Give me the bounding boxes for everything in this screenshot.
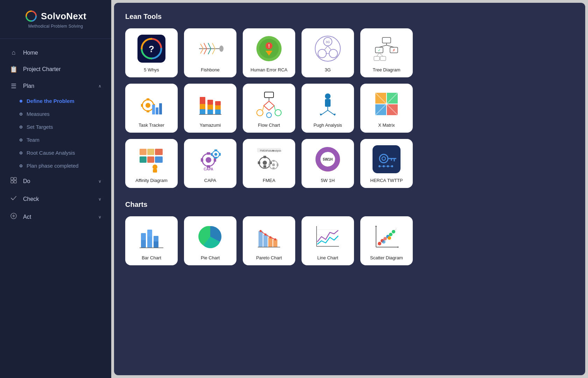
svg-line-19 [208,49,211,54]
tool-affinity-diagram[interactable]: Affinity Diagram [125,139,178,188]
nav-home[interactable]: ⌂ Home [0,44,111,61]
svg-rect-43 [380,56,386,61]
svg-rect-127 [277,163,278,166]
5whys-icon: ? [137,35,165,63]
tool-bar-chart[interactable]: Bar Chart [125,216,178,265]
nav-do[interactable]: Do ∨ [0,172,111,190]
svg-line-13 [200,44,203,49]
svg-rect-109 [211,153,213,156]
subnav-team-label: Team [27,137,40,143]
svg-point-106 [214,153,217,156]
tool-3g[interactable]: 3G 3G [302,28,354,77]
pareto-chart-icon [255,223,283,251]
subnav-dot-5 [20,152,22,154]
app-name: SolvoNext [41,11,86,22]
subnav-measures[interactable]: Measures [0,107,111,120]
subnav-define-problem[interactable]: Define the Problem [0,94,111,107]
svg-point-117 [263,161,267,165]
svg-line-17 [200,49,203,54]
subnav-define-label: Define the Problem [27,98,75,104]
bar-chart-label: Bar Chart [142,255,161,260]
charts-grid: Bar Chart Pie Chart [125,216,574,265]
tool-scatter-diagram[interactable]: Scatter Diagram [360,216,413,265]
tool-herca[interactable]: HERCA TWTTP [360,139,413,188]
tool-human-error[interactable]: ! Human Error RCA [243,28,295,77]
svg-line-74 [274,106,275,110]
svg-point-12 [219,46,224,52]
svg-line-16 [212,43,215,49]
svg-line-44 [377,53,379,56]
svg-rect-77 [325,99,331,107]
tool-5w1h[interactable]: 5W1H 5W 1H [302,139,354,188]
svg-point-161 [274,238,276,240]
svg-text:CAPA: CAPA [204,167,213,171]
svg-rect-2 [14,177,16,180]
svg-line-20 [212,49,215,54]
svg-rect-56 [200,97,205,104]
svg-rect-157 [273,239,277,247]
svg-rect-91 [140,149,147,155]
subnav-team[interactable]: Team [0,133,111,146]
svg-point-26 [315,36,340,61]
tool-yamazumi[interactable]: Yamazumi [184,84,236,133]
logo-area: SolvoNext Methodical Problem Solving [0,0,111,36]
tool-fishbone[interactable]: Fishbone [184,28,236,77]
svg-rect-104 [214,158,216,162]
x-matrix-icon [373,90,401,118]
svg-point-29 [329,49,338,58]
svg-point-158 [260,230,262,232]
nav-plan-label: Plan [23,83,34,89]
flow-chart-icon [255,90,283,118]
svg-text:✓: ✓ [378,48,381,52]
svg-text:✗: ✗ [392,48,395,52]
tool-5whys[interactable]: ? 5 Whys [125,28,178,77]
svg-rect-98 [153,169,157,173]
check-icon [10,195,17,203]
content-panel: Lean Tools ? 5 [114,3,585,375]
fishbone-icon [196,35,224,63]
svg-rect-110 [219,153,221,156]
svg-point-97 [153,164,157,169]
svg-line-18 [204,49,207,54]
svg-point-47 [146,103,150,108]
nav-check[interactable]: Check ∨ [0,190,111,208]
subnav-root-cause[interactable]: Root Cause Analysis [0,146,111,159]
svg-rect-135 [373,145,401,173]
svg-point-76 [325,93,331,99]
pareto-label: Pareto Chart [256,255,282,260]
nav-project-charter[interactable]: 📋 Project Charter [0,61,111,78]
subnav-set-targets[interactable]: Set Targets [0,120,111,133]
svg-rect-48 [147,98,149,100]
subnav-plan-complete[interactable]: Plan phase completed [0,159,111,172]
tool-pie-chart[interactable]: Pie Chart [184,216,236,265]
svg-rect-125 [272,167,275,169]
tool-pareto-chart[interactable]: Pareto Chart [243,216,295,265]
subnav-dot-4 [20,139,22,141]
nav-act[interactable]: Act ∨ [0,208,111,226]
svg-line-80 [328,110,335,115]
tool-x-matrix[interactable]: X Matrix [360,84,413,133]
svg-rect-126 [269,163,270,166]
tool-pugh-analysis[interactable]: Pugh Analysis [302,84,354,133]
nav-plan[interactable]: ☰ Plan ∧ [0,78,111,94]
home-icon: ⌂ [10,49,17,56]
yamazumi-icon [196,90,224,118]
flow-chart-label: Flow Chart [258,122,280,128]
nav-project-label: Project Charter [23,66,61,72]
tool-fmea[interactable]: FMEA Failure Analysis [243,139,295,188]
herca-label: HERCA TWTTP [370,178,403,183]
svg-rect-151 [154,236,158,241]
svg-rect-61 [207,105,213,110]
svg-marker-181 [375,225,377,227]
pie-chart-label: Pie Chart [201,255,220,260]
tool-task-tracker[interactable]: Task Tracker [125,84,178,133]
tool-capa[interactable]: CAPA CAPA [184,139,236,188]
svg-rect-4 [14,181,16,183]
tool-tree-diagram[interactable]: ✓ ✗ Tree Diagram [360,28,413,77]
act-icon [10,212,17,221]
tool-flow-chart[interactable]: Flow Chart [243,84,295,133]
capa-icon: CAPA [196,145,224,173]
svg-rect-60 [207,100,213,105]
tool-line-chart[interactable]: Line Chart [302,216,354,265]
fmea-icon: FMEA Failure Analysis [255,145,283,173]
